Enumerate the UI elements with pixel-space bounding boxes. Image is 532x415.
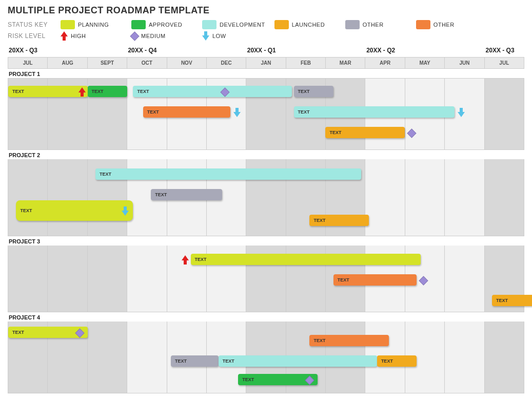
arrow-down-icon (458, 108, 465, 117)
month-label: OCT (127, 58, 167, 68)
roadmap-bar[interactable]: TEXT (333, 274, 417, 286)
arrow-up-icon (78, 87, 86, 97)
roadmap-bar[interactable]: TEXT (309, 335, 389, 346)
roadmap-bar[interactable]: TEXT (133, 86, 291, 97)
month-label: NOV (167, 58, 207, 68)
risk-legend-item: LOW (202, 31, 264, 41)
status-legend-item: DEVELOPMENT (202, 20, 265, 29)
arrow-up-icon (61, 31, 68, 41)
roadmap-bar[interactable]: TEXT (377, 355, 417, 367)
risk-marker (221, 86, 230, 98)
timeline: 20XX - Q320XX - Q420XX - Q120XX - Q220XX… (8, 47, 524, 393)
project-lane: TEXTTEXTTEXTTEXT (8, 159, 524, 236)
month-label: MAY (405, 58, 445, 68)
risk-marker (181, 254, 190, 266)
status-legend-label: OTHER (363, 22, 384, 28)
quarter-label: 20XX - Q3 (8, 47, 47, 57)
diamond-icon (407, 128, 416, 138)
project-lane: TEXTTEXTTEXT (8, 246, 524, 312)
risk-legend-label: LOW (212, 33, 226, 39)
arrow-down-icon (233, 108, 241, 117)
month-header-row: JULAUGSEPTOCTNOVDECJANFEBMARAPRMAYJUNJUL (8, 57, 524, 69)
roadmap-bar[interactable]: TEXT (325, 127, 405, 138)
status-swatch (345, 20, 360, 29)
arrow-up-icon (182, 255, 189, 265)
month-label: FEB (286, 58, 326, 68)
quarter-label: 20XX - Q1 (246, 47, 286, 57)
quarter-header-row: 20XX - Q320XX - Q420XX - Q120XX - Q220XX… (8, 47, 524, 57)
project-title: PROJECT 2 (8, 150, 524, 159)
roadmap-bar[interactable]: TEXT (8, 86, 88, 97)
risk-legend-row: RISK LEVEL HIGHMEDIUMLOW (8, 31, 524, 41)
page-title: MULTIPLE PROJECT ROADMAP TEMPLATE (8, 5, 524, 16)
month-label: JUL (485, 58, 524, 68)
quarter-label: 20XX - Q3 (485, 47, 524, 57)
roadmap-bar[interactable]: TEXT (191, 254, 421, 265)
month-label: JUN (445, 58, 484, 68)
roadmap-bar[interactable]: TEXT (309, 215, 369, 226)
risk-legend-item: HIGH (61, 31, 122, 41)
diamond-icon (130, 31, 139, 41)
arrow-down-icon (122, 206, 129, 216)
project-title: PROJECT 4 (8, 312, 524, 322)
diamond-icon (419, 276, 428, 285)
status-swatch (274, 20, 289, 29)
risk-marker (232, 107, 242, 118)
project-title: PROJECT 1 (8, 69, 524, 78)
risk-legend-label: HIGH (71, 33, 86, 39)
month-label: JAN (246, 58, 286, 68)
risk-level-label: RISK LEVEL (8, 32, 51, 40)
status-legend-label: PLANNING (78, 22, 109, 28)
month-label: SEPT (88, 58, 127, 68)
status-swatch (131, 20, 146, 29)
status-legend-item: OTHER (416, 20, 478, 29)
risk-legend-label: MEDIUM (141, 33, 166, 39)
status-legend-label: LAUNCHED (292, 22, 325, 28)
risk-legend-item: MEDIUM (131, 33, 193, 40)
diamond-icon (220, 87, 229, 97)
status-legend-label: OTHER (434, 22, 455, 28)
project-lane: TEXTTEXTTEXTTEXTTEXTTEXTTEXT (8, 78, 524, 150)
month-label: JUL (8, 58, 48, 68)
roadmap-bar[interactable]: TEXT (95, 168, 361, 180)
quarter-label: 20XX - Q2 (365, 47, 405, 57)
roadmap-bar[interactable]: TEXT (294, 106, 455, 118)
arrow-down-icon (202, 31, 209, 41)
project-lane: TEXTTEXTTEXTTEXTTEXTTEXT (8, 322, 524, 393)
status-swatch (61, 20, 75, 29)
roadmap-bar[interactable]: TEXT (294, 86, 333, 97)
risk-marker (305, 374, 314, 386)
status-key-label: STATUS KEY (8, 21, 51, 28)
quarter-label: 20XX - Q4 (127, 47, 166, 57)
month-label: DEC (207, 58, 246, 68)
roadmap-bar[interactable]: TEXT (16, 200, 133, 221)
risk-marker (419, 275, 428, 286)
risk-marker (75, 327, 85, 338)
month-label: APR (365, 58, 405, 68)
month-label: AUG (48, 58, 87, 68)
roadmap-bar[interactable]: TEXT (492, 295, 532, 306)
status-legend-item: APPROVED (131, 20, 193, 29)
status-legend-item: OTHER (345, 20, 407, 29)
status-swatch (416, 20, 430, 29)
status-legend-row: STATUS KEY PLANNINGAPPROVEDDEVELOPMENTLA… (8, 20, 524, 29)
roadmap-bar[interactable]: TEXT (143, 106, 230, 118)
roadmap-bar[interactable]: TEXT (219, 355, 377, 367)
roadmap-bar[interactable]: TEXT (151, 189, 222, 200)
risk-marker (407, 127, 416, 139)
roadmap-bar[interactable]: TEXT (171, 355, 219, 367)
risk-marker (77, 86, 87, 98)
status-legend-item: LAUNCHED (274, 20, 336, 29)
status-swatch (202, 20, 216, 29)
risk-marker (121, 205, 130, 217)
status-legend-item: PLANNING (61, 20, 122, 29)
diamond-icon (75, 328, 84, 337)
roadmap-bar[interactable]: TEXT (88, 86, 127, 97)
diamond-icon (305, 375, 314, 385)
project-title: PROJECT 3 (8, 236, 524, 246)
risk-marker (457, 107, 466, 118)
month-label: MAR (326, 58, 365, 68)
status-legend-label: DEVELOPMENT (220, 22, 265, 28)
status-legend-label: APPROVED (149, 22, 182, 28)
